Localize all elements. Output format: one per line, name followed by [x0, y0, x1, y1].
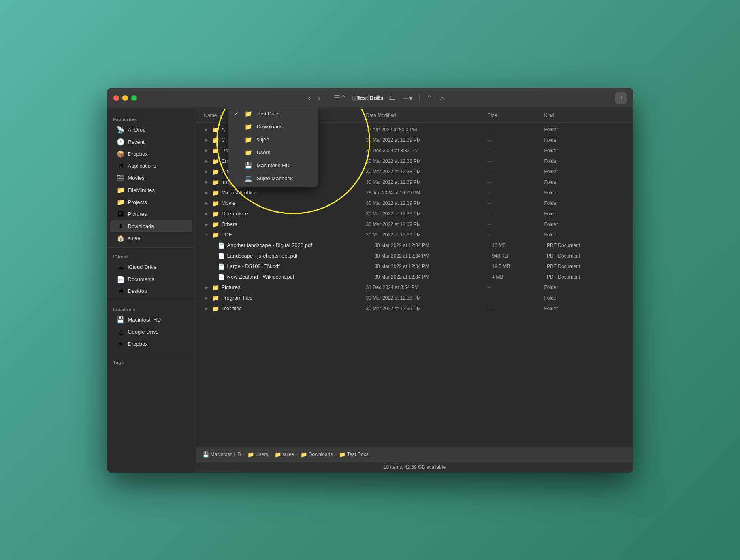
breadcrumb-item-sujee[interactable]: 📁 sujee	[275, 451, 294, 458]
column-date-header[interactable]: Date Modified	[366, 113, 488, 118]
file-size: --	[488, 285, 544, 290]
dropdown-item-sujee[interactable]: 📁 sujee	[228, 133, 318, 146]
file-row[interactable]: ▶ 📁 Text files 30 Mar 2022 at 12:39 PM -…	[196, 303, 633, 314]
file-date: 30 Mar 2022 at 12:38 PM	[366, 169, 488, 175]
dropdown-item-testdocs[interactable]: ✓ 📁 Test Docs	[228, 109, 318, 120]
sidebar-item-recent[interactable]: 🕐 Recent	[110, 136, 192, 148]
sidebar-divider-1	[107, 247, 196, 248]
sidebar-item-fileminutes[interactable]: 📁 FileMinutes	[110, 184, 192, 196]
list-view-button[interactable]: ☰⌃	[331, 92, 349, 104]
file-row[interactable]: ▶ 📁 Program files 30 Mar 2022 at 12:38 P…	[196, 293, 633, 303]
file-kind: Folder	[544, 190, 625, 196]
sidebar-item-sujee[interactable]: 🏠 sujee	[110, 232, 192, 244]
close-button[interactable]	[113, 95, 119, 101]
file-name: Large - D5100_EN.pdf	[227, 263, 280, 269]
breadcrumb-item-downloads[interactable]: 📁 Downloads	[301, 451, 333, 458]
file-size: --	[488, 295, 544, 301]
sidebar-item-applications[interactable]: 🖥 Applications	[110, 160, 192, 172]
minimize-button[interactable]	[122, 95, 128, 101]
breadcrumb-label: sujee	[283, 451, 294, 457]
sidebar-item-airdrop[interactable]: 📡 AirDrop	[110, 124, 192, 136]
file-row[interactable]: 📄 Large - D5100_EN.pdf 30 Mar 2022 at 12…	[196, 261, 633, 272]
tag-button[interactable]: 🏷	[386, 92, 398, 104]
file-kind: Folder	[544, 306, 625, 311]
file-row[interactable]: 📄 Landscape - js-cheatsheet.pdf 30 Mar 2…	[196, 251, 633, 261]
downloads-icon: ⬇	[117, 222, 125, 230]
sidebar-divider-2	[107, 300, 196, 300]
file-size: --	[488, 158, 544, 164]
sidebar-item-google-drive[interactable]: △ Google Drive	[110, 326, 192, 338]
path-separator: ›	[271, 452, 272, 457]
path-separator: ›	[243, 452, 245, 457]
hard-drive-icon: 💾	[203, 451, 209, 458]
column-kind-header[interactable]: Kind	[544, 113, 625, 118]
file-row[interactable]: ▼ 📁 PDF 30 Mar 2022 at 12:39 PM -- Folde…	[196, 230, 633, 240]
file-date: 30 Mar 2022 at 12:39 PM	[366, 137, 488, 143]
applications-icon: 🖥	[117, 162, 125, 170]
folder-icon: 📁	[212, 221, 219, 228]
breadcrumb-item-users[interactable]: 📁 Users	[247, 451, 268, 458]
path-dropdown-popup[interactable]: ✓ 📁 Test Docs 📁 Downloads 📁 sujee	[228, 109, 318, 187]
file-row[interactable]: 📄 New Zealand - Wikipedia.pdf 30 Mar 202…	[196, 272, 633, 282]
sidebar-item-dropbox-loc[interactable]: ✦ Dropbox	[110, 338, 192, 350]
fileminutes-icon: 📁	[117, 186, 125, 194]
dropdown-item-label: Sujee Macbook	[257, 175, 293, 181]
status-text: 18 items, 42.69 GB available	[384, 464, 446, 470]
file-date: 30 Mar 2022 at 12:39 PM	[366, 306, 488, 311]
file-size: 19.5 MB	[492, 264, 547, 269]
dropdown-item-macintosh-hd[interactable]: 💾 Macintosh HD	[228, 159, 318, 172]
file-name: Pictures	[222, 284, 241, 290]
folder-icon: 📁	[212, 126, 219, 133]
back-button[interactable]: ‹	[306, 92, 313, 104]
google-drive-icon: △	[117, 328, 125, 336]
breadcrumb-item-macintosh-hd[interactable]: 💾 Macintosh HD	[203, 451, 241, 458]
file-row[interactable]: 📄 Another landscape - Digital 2020.pdf 3…	[196, 240, 633, 251]
breadcrumb-item-testdocs[interactable]: 📁 Test Docs	[339, 451, 369, 458]
file-date: 31 Dec 2024 at 3:33 PM	[366, 148, 488, 153]
file-kind: Folder	[544, 221, 625, 227]
search-button[interactable]: ⌕	[437, 92, 446, 104]
sidebar-item-label: Documents	[128, 276, 155, 282]
sidebar-item-desktop[interactable]: 🖥 Desktop	[110, 285, 192, 297]
dropdown-item-downloads[interactable]: 📁 Downloads	[228, 120, 318, 133]
column-size-header[interactable]: Size	[488, 113, 544, 118]
sidebar-item-icloud-drive[interactable]: ☁ iCloud Drive	[110, 261, 192, 273]
sidebar-item-movies[interactable]: 🎬 Movies	[110, 172, 192, 184]
dropdown-item-label: Users	[257, 149, 271, 155]
file-row[interactable]: ▶ 📁 Pictures 31 Dec 2024 at 3:54 PM -- F…	[196, 282, 633, 293]
sidebar-item-macintosh-hd[interactable]: 💾 Macintosh HD	[110, 314, 192, 326]
file-name: Text files	[222, 305, 242, 311]
file-row[interactable]: ▶ 📁 Others 30 Mar 2022 at 12:39 PM -- Fo…	[196, 219, 633, 230]
expand-button[interactable]: ⌃	[424, 92, 435, 104]
sidebar-item-downloads[interactable]: ⬇ Downloads	[110, 220, 192, 232]
file-kind: Folder	[544, 232, 625, 238]
sidebar-divider-3	[107, 353, 196, 353]
more-options-button[interactable]: ···▾	[401, 92, 415, 104]
pdf-icon: 📄	[218, 253, 225, 259]
folder-icon: 📁	[212, 295, 219, 301]
airdrop-icon: 📡	[117, 126, 125, 134]
sidebar-item-projects[interactable]: 📁 Projects	[110, 196, 192, 208]
file-row[interactable]: ▶ 📁 Microsoft office 28 Jun 2024 at 10:2…	[196, 187, 633, 198]
file-size: 4 MB	[492, 274, 547, 280]
sidebar-item-documents[interactable]: 📄 Documents	[110, 273, 192, 285]
dropdown-item-users[interactable]: 📁 Users	[228, 146, 318, 159]
file-date: 30 Mar 2022 at 12:38 PM	[366, 295, 488, 301]
add-button[interactable]: +	[615, 92, 627, 104]
sidebar-item-label: Movies	[128, 175, 145, 181]
file-row[interactable]: ▶ 📁 Open office 30 Mar 2022 at 12:39 PM …	[196, 209, 633, 219]
dropdown-item-sujee-macbook[interactable]: 💻 Sujee Macbook	[228, 172, 318, 185]
expand-icon: ▶	[204, 138, 210, 142]
folder-icon: 📁	[212, 168, 219, 175]
documents-icon: 📄	[117, 275, 125, 283]
folder-icon: 📁	[212, 305, 219, 312]
file-row[interactable]: ▶ 📁 Movie 30 Mar 2022 at 12:39 PM -- Fol…	[196, 198, 633, 209]
title-bar: ‹ › ☰⌃ ⊞▾ ⬆ 🏷 ···▾ ⌃ ⌕ Test Docs +	[107, 88, 633, 109]
sidebar-item-dropbox[interactable]: 📦 Dropbox	[110, 148, 192, 160]
sidebar-item-pictures[interactable]: 🖼 Pictures	[110, 209, 192, 220]
forward-button[interactable]: ›	[316, 92, 323, 104]
folder-icon: 📁	[212, 284, 219, 291]
folder-icon: 📁	[212, 137, 219, 143]
maximize-button[interactable]	[131, 95, 137, 101]
file-size: 10 MB	[492, 243, 547, 248]
